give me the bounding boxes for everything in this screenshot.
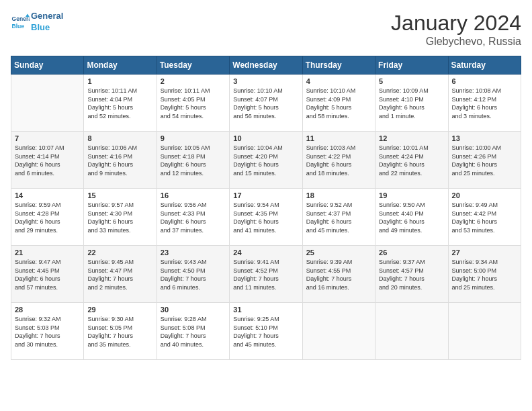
calendar-week: 14Sunrise: 9:59 AM Sunset: 4:28 PM Dayli… bbox=[11, 189, 521, 246]
day-number: 12 bbox=[379, 134, 444, 142]
calendar-table: SundayMondayTuesdayWednesdayThursdayFrid… bbox=[11, 56, 521, 360]
day-info: Sunrise: 9:47 AM Sunset: 4:45 PM Dayligh… bbox=[15, 258, 80, 291]
calendar-cell: 30Sunrise: 9:28 AM Sunset: 5:08 PM Dayli… bbox=[157, 303, 229, 360]
day-number: 16 bbox=[161, 191, 226, 199]
day-number: 5 bbox=[379, 77, 444, 85]
day-info: Sunrise: 9:50 AM Sunset: 4:40 PM Dayligh… bbox=[379, 201, 444, 234]
calendar-cell: 11Sunrise: 10:03 AM Sunset: 4:22 PM Dayl… bbox=[302, 132, 375, 189]
day-info: Sunrise: 9:32 AM Sunset: 5:03 PM Dayligh… bbox=[15, 315, 80, 349]
weekday-header: Thursday bbox=[302, 56, 375, 75]
page-header: General Blue General Blue January 2024 G… bbox=[11, 11, 521, 48]
day-info: Sunrise: 10:07 AM Sunset: 4:14 PM Daylig… bbox=[15, 144, 80, 177]
calendar-cell: 29Sunrise: 9:30 AM Sunset: 5:05 PM Dayli… bbox=[84, 303, 157, 360]
day-info: Sunrise: 9:28 AM Sunset: 5:08 PM Dayligh… bbox=[161, 315, 226, 349]
calendar-cell: 26Sunrise: 9:37 AM Sunset: 4:57 PM Dayli… bbox=[375, 246, 448, 303]
day-info: Sunrise: 10:04 AM Sunset: 4:20 PM Daylig… bbox=[233, 144, 298, 177]
day-number: 14 bbox=[15, 191, 80, 199]
day-number: 4 bbox=[306, 77, 371, 85]
calendar-cell bbox=[375, 303, 448, 360]
day-info: Sunrise: 9:56 AM Sunset: 4:33 PM Dayligh… bbox=[161, 201, 226, 234]
day-info: Sunrise: 9:41 AM Sunset: 4:52 PM Dayligh… bbox=[233, 258, 298, 291]
day-number: 30 bbox=[161, 306, 226, 314]
calendar-cell: 16Sunrise: 9:56 AM Sunset: 4:33 PM Dayli… bbox=[157, 189, 229, 246]
logo: General Blue General Blue bbox=[11, 11, 63, 34]
calendar-cell: 13Sunrise: 10:00 AM Sunset: 4:26 PM Dayl… bbox=[448, 132, 521, 189]
logo-general: General bbox=[31, 11, 63, 22]
calendar-cell: 27Sunrise: 9:34 AM Sunset: 5:00 PM Dayli… bbox=[448, 246, 521, 303]
calendar-cell: 31Sunrise: 9:25 AM Sunset: 5:10 PM Dayli… bbox=[230, 303, 302, 360]
calendar-week: 28Sunrise: 9:32 AM Sunset: 5:03 PM Dayli… bbox=[11, 303, 521, 360]
day-info: Sunrise: 9:59 AM Sunset: 4:28 PM Dayligh… bbox=[15, 201, 80, 234]
calendar-cell: 24Sunrise: 9:41 AM Sunset: 4:52 PM Dayli… bbox=[230, 246, 302, 303]
day-info: Sunrise: 10:06 AM Sunset: 4:16 PM Daylig… bbox=[87, 144, 152, 177]
day-number: 10 bbox=[233, 134, 298, 142]
svg-text:Blue: Blue bbox=[12, 22, 25, 29]
day-info: Sunrise: 9:34 AM Sunset: 5:00 PM Dayligh… bbox=[452, 258, 517, 291]
calendar-cell: 15Sunrise: 9:57 AM Sunset: 4:30 PM Dayli… bbox=[84, 189, 157, 246]
day-info: Sunrise: 10:11 AM Sunset: 4:04 PM Daylig… bbox=[87, 87, 152, 120]
day-info: Sunrise: 9:45 AM Sunset: 4:47 PM Dayligh… bbox=[87, 258, 152, 291]
day-number: 7 bbox=[15, 134, 80, 142]
logo-blue: Blue bbox=[31, 22, 63, 34]
day-info: Sunrise: 10:09 AM Sunset: 4:10 PM Daylig… bbox=[379, 87, 444, 120]
calendar-cell: 20Sunrise: 9:49 AM Sunset: 4:42 PM Dayli… bbox=[448, 189, 521, 246]
calendar-cell: 21Sunrise: 9:47 AM Sunset: 4:45 PM Dayli… bbox=[11, 246, 84, 303]
day-info: Sunrise: 9:37 AM Sunset: 4:57 PM Dayligh… bbox=[379, 258, 444, 291]
weekday-header: Sunday bbox=[11, 56, 84, 75]
day-number: 15 bbox=[87, 191, 152, 199]
calendar-cell: 6Sunrise: 10:08 AM Sunset: 4:12 PM Dayli… bbox=[448, 75, 521, 132]
day-number: 2 bbox=[161, 77, 226, 85]
day-number: 13 bbox=[452, 134, 517, 142]
calendar-cell: 22Sunrise: 9:45 AM Sunset: 4:47 PM Dayli… bbox=[84, 246, 157, 303]
calendar-cell: 25Sunrise: 9:39 AM Sunset: 4:55 PM Dayli… bbox=[302, 246, 375, 303]
weekday-header: Saturday bbox=[448, 56, 521, 75]
day-number: 20 bbox=[452, 191, 517, 199]
calendar-cell: 3Sunrise: 10:10 AM Sunset: 4:07 PM Dayli… bbox=[230, 75, 302, 132]
day-number: 24 bbox=[233, 248, 298, 257]
day-info: Sunrise: 9:39 AM Sunset: 4:55 PM Dayligh… bbox=[306, 258, 371, 291]
calendar-cell: 2Sunrise: 10:11 AM Sunset: 4:05 PM Dayli… bbox=[157, 75, 229, 132]
weekday-header: Wednesday bbox=[230, 56, 302, 75]
calendar-cell: 12Sunrise: 10:01 AM Sunset: 4:24 PM Dayl… bbox=[375, 132, 448, 189]
calendar-cell: 4Sunrise: 10:10 AM Sunset: 4:09 PM Dayli… bbox=[302, 75, 375, 132]
day-info: Sunrise: 10:00 AM Sunset: 4:26 PM Daylig… bbox=[452, 144, 517, 177]
day-info: Sunrise: 9:43 AM Sunset: 4:50 PM Dayligh… bbox=[161, 258, 226, 291]
weekday-header: Friday bbox=[375, 56, 448, 75]
calendar-cell bbox=[302, 303, 375, 360]
day-info: Sunrise: 10:10 AM Sunset: 4:07 PM Daylig… bbox=[233, 87, 298, 120]
day-number: 18 bbox=[306, 191, 371, 199]
day-number: 26 bbox=[379, 248, 444, 257]
day-info: Sunrise: 10:01 AM Sunset: 4:24 PM Daylig… bbox=[379, 144, 444, 177]
day-number: 6 bbox=[452, 77, 517, 85]
calendar-cell: 28Sunrise: 9:32 AM Sunset: 5:03 PM Dayli… bbox=[11, 303, 84, 360]
calendar-cell: 7Sunrise: 10:07 AM Sunset: 4:14 PM Dayli… bbox=[11, 132, 84, 189]
day-number: 31 bbox=[233, 306, 298, 314]
calendar-cell: 23Sunrise: 9:43 AM Sunset: 4:50 PM Dayli… bbox=[157, 246, 229, 303]
logo-icon: General Blue bbox=[11, 13, 30, 32]
day-info: Sunrise: 9:25 AM Sunset: 5:10 PM Dayligh… bbox=[233, 315, 298, 349]
calendar-header: SundayMondayTuesdayWednesdayThursdayFrid… bbox=[11, 56, 521, 75]
day-number: 1 bbox=[87, 77, 152, 85]
calendar-week: 7Sunrise: 10:07 AM Sunset: 4:14 PM Dayli… bbox=[11, 132, 521, 189]
weekday-header: Tuesday bbox=[157, 56, 229, 75]
calendar-cell bbox=[11, 75, 84, 132]
calendar-cell: 9Sunrise: 10:05 AM Sunset: 4:18 PM Dayli… bbox=[157, 132, 229, 189]
day-number: 23 bbox=[161, 248, 226, 257]
day-number: 29 bbox=[87, 306, 152, 314]
day-info: Sunrise: 10:03 AM Sunset: 4:22 PM Daylig… bbox=[306, 144, 371, 177]
day-info: Sunrise: 9:52 AM Sunset: 4:37 PM Dayligh… bbox=[306, 201, 371, 234]
day-number: 27 bbox=[452, 248, 517, 257]
day-info: Sunrise: 10:11 AM Sunset: 4:05 PM Daylig… bbox=[161, 87, 226, 120]
day-info: Sunrise: 10:08 AM Sunset: 4:12 PM Daylig… bbox=[452, 87, 517, 120]
calendar-cell: 17Sunrise: 9:54 AM Sunset: 4:35 PM Dayli… bbox=[230, 189, 302, 246]
calendar-cell: 19Sunrise: 9:50 AM Sunset: 4:40 PM Dayli… bbox=[375, 189, 448, 246]
location: Glebychevo, Russia bbox=[391, 36, 521, 48]
calendar-cell: 14Sunrise: 9:59 AM Sunset: 4:28 PM Dayli… bbox=[11, 189, 84, 246]
calendar-cell: 10Sunrise: 10:04 AM Sunset: 4:20 PM Dayl… bbox=[230, 132, 302, 189]
calendar-week: 1Sunrise: 10:11 AM Sunset: 4:04 PM Dayli… bbox=[11, 75, 521, 132]
month-title: January 2024 bbox=[391, 11, 521, 36]
calendar-cell bbox=[448, 303, 521, 360]
day-info: Sunrise: 10:10 AM Sunset: 4:09 PM Daylig… bbox=[306, 87, 371, 120]
calendar-week: 21Sunrise: 9:47 AM Sunset: 4:45 PM Dayli… bbox=[11, 246, 521, 303]
day-number: 25 bbox=[306, 248, 371, 257]
